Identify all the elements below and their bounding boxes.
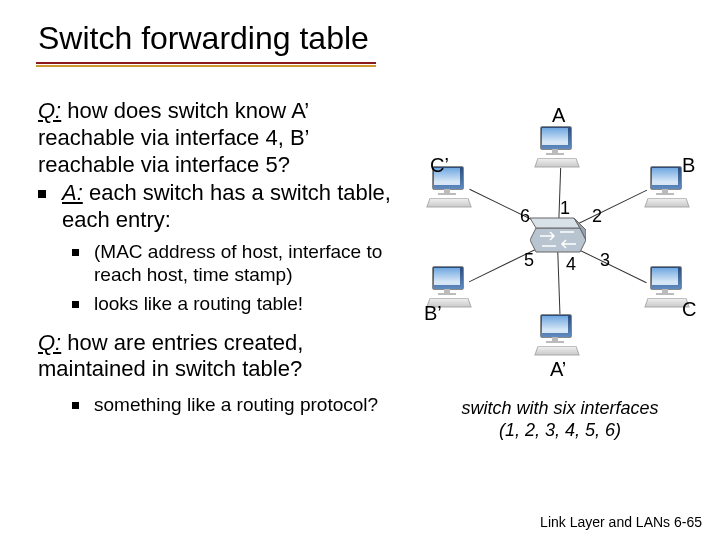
port-label-6: 6 [520,206,530,227]
host-label-b-prime: B’ [424,302,442,325]
q1-label: Q: [38,98,61,123]
port-label-2: 2 [592,206,602,227]
body-text: Q: how does switch know A’ reachable via… [38,98,408,416]
q1-text: how does switch know A’ reachable via in… [38,98,309,177]
question-2: Q: how are entries created, maintained i… [38,330,408,384]
footer-section: Link Layer and LANs [540,514,670,530]
title-underline [36,62,376,68]
q2-sub-1: something like a routing protocol? [38,393,408,416]
slide-footer: Link Layer and LANs 6-65 [540,514,702,530]
port-label-1: 1 [560,198,570,219]
diagram-caption: switch with six interfaces (1, 2, 3, 4, … [420,398,700,441]
switch-icon [530,216,586,256]
host-label-a-prime: A’ [550,358,566,381]
network-diagram: A B C A’ B’ C’ 1 2 3 4 5 6 [420,98,700,398]
caption-line1: switch with six interfaces [461,398,658,418]
footer-page: 6-65 [670,514,702,530]
a-label: A: [62,180,83,205]
host-a-icon [536,126,580,166]
page-title: Switch forwarding table [38,20,369,57]
host-b-prime-icon [428,266,472,306]
q2-label: Q: [38,330,61,355]
host-a-prime-icon [536,314,580,354]
svg-marker-0 [530,228,586,252]
host-label-c: C [682,298,696,321]
answer-bullet: A: each switch has a switch table, each … [38,180,408,234]
port-label-5: 5 [524,250,534,271]
host-label-a: A [552,104,565,127]
answer-sub-1: (MAC address of host, interface to reach… [38,240,408,286]
a-text: each switch has a switch table, each ent… [62,180,391,232]
host-label-b: B [682,154,695,177]
port-label-3: 3 [600,250,610,271]
caption-line2: (1, 2, 3, 4, 5, 6) [499,420,621,440]
q2-text: how are entries created, maintained in s… [38,330,303,382]
answer-sub-2: looks like a routing table! [38,292,408,315]
host-label-c-prime: C’ [430,154,449,177]
port-label-4: 4 [566,254,576,275]
svg-marker-1 [530,218,580,228]
question-1: Q: how does switch know A’ reachable via… [38,98,408,178]
